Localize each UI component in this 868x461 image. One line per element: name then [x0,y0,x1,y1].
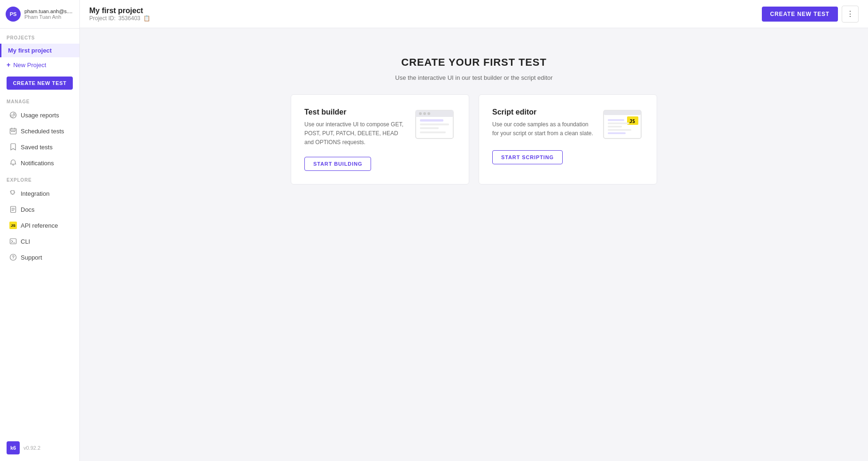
bell-icon [9,159,17,167]
script-editor-desc: Use our code samples as a foundation for… [492,120,596,138]
content-area: CREATE YOUR FIRST TEST Use the interacti… [80,28,868,461]
sidebar-item-docs[interactable]: Docs [3,202,77,217]
terminal-icon [9,238,17,245]
topbar-right: CREATE NEW TEST ⋮ [762,6,859,23]
script-editor-text: Script editor Use our code samples as a … [492,108,596,138]
project-id-value: 3536403 [118,15,140,22]
avatar: PS [6,7,21,22]
puzzle-icon [9,190,17,197]
topbar-create-new-test-button[interactable]: CREATE NEW TEST [762,7,838,22]
user-name: Pham Tuan Anh [24,14,72,20]
test-builder-text: Test builder Use our interactive UI to c… [304,108,408,147]
project-id-label: Project ID: [89,15,116,22]
sidebar-item-my-first-project[interactable]: My first project [0,44,79,57]
sidebar-item-new-project[interactable]: + New Project [0,58,79,72]
copy-icon[interactable]: 📋 [143,15,150,22]
sidebar-footer: k6 v0.92.2 [0,435,79,461]
topbar-project-name: My first project [89,7,150,15]
option-cards-row: Test builder Use our interactive UI to c… [281,94,666,184]
svg-rect-26 [608,126,622,128]
svg-point-15 [427,112,430,115]
sidebar: PS pham.tuan.anh@s.... Pham Tuan Anh PRO… [0,0,80,461]
projects-section-label: PROJECTS [0,29,79,43]
ellipsis-icon: ⋮ [846,9,854,18]
test-builder-desc: Use our interactive UI to compose GET, P… [304,120,408,147]
topbar-left: My first project Project ID: 3536403 📋 [89,7,150,22]
test-builder-title: Test builder [304,108,408,116]
test-builder-illustration [413,108,456,141]
main-area: My first project Project ID: 3536403 📋 C… [80,0,868,461]
user-email: pham.tuan.anh@s.... [24,8,72,14]
sidebar-item-support[interactable]: Support [3,250,77,265]
script-editor-illustration: JS [601,108,643,141]
svg-rect-25 [608,123,629,124]
svg-rect-19 [420,131,446,133]
docs-label: Docs [21,206,35,213]
user-info: pham.tuan.anh@s.... Pham Tuan Anh [24,8,72,20]
calendar-icon [9,127,17,135]
script-editor-card-header: Script editor Use our code samples as a … [492,108,643,141]
version-label: v0.92.2 [23,445,40,451]
page-subheading: Use the interactive UI in our test build… [395,74,552,81]
svg-point-8 [13,258,13,259]
svg-rect-4 [14,131,15,132]
chart-icon [9,111,17,119]
sidebar-item-notifications[interactable]: Notifications [3,155,77,170]
explore-section-label: EXPLORE [0,171,79,185]
usage-reports-label: Usage reports [21,112,59,119]
help-icon [9,254,17,261]
user-profile[interactable]: PS pham.tuan.anh@s.... Pham Tuan Anh [0,0,79,29]
doc-icon [9,206,17,213]
project-label: My first project [8,47,52,54]
sidebar-item-scheduled-tests[interactable]: Scheduled tests [3,123,77,138]
svg-rect-18 [420,127,439,129]
sidebar-item-cli[interactable]: CLI [3,234,77,249]
start-scripting-button[interactable]: START SCRIPTING [492,150,563,164]
svg-rect-17 [420,123,449,125]
topbar: My first project Project ID: 3536403 📋 C… [80,0,868,28]
topbar-project-id-row: Project ID: 3536403 📋 [89,15,150,22]
bookmark-icon [9,143,17,151]
sidebar-create-new-test-button[interactable]: CREATE NEW TEST [7,77,73,90]
svg-rect-6 [10,239,16,244]
svg-rect-2 [11,131,12,132]
manage-section-label: MANAGE [0,92,79,107]
svg-rect-28 [608,132,626,134]
js-badge-icon: JS [9,222,17,229]
scheduled-tests-label: Scheduled tests [21,128,64,135]
test-builder-card: Test builder Use our interactive UI to c… [291,94,469,184]
plus-icon: + [7,61,10,69]
svg-rect-3 [13,131,14,132]
new-project-label: New Project [13,61,46,69]
saved-tests-label: Saved tests [21,144,53,151]
script-editor-title: Script editor [492,108,596,116]
script-editor-card: Script editor Use our code samples as a … [479,94,657,184]
start-building-button[interactable]: START BUILDING [304,157,371,171]
svg-rect-21 [604,110,641,115]
svg-text:JS: JS [629,119,635,124]
svg-rect-24 [608,119,624,121]
svg-point-14 [423,112,426,115]
k6-logo: k6 [7,441,20,454]
svg-point-13 [419,112,422,115]
test-builder-card-header: Test builder Use our interactive UI to c… [304,108,456,147]
sidebar-item-api-reference[interactable]: JS API reference [3,218,77,233]
sidebar-item-integration[interactable]: Integration [3,186,77,201]
api-reference-label: API reference [21,222,58,229]
content-inner: CREATE YOUR FIRST TEST Use the interacti… [281,56,666,184]
more-options-button[interactable]: ⋮ [842,6,859,23]
page-heading: CREATE YOUR FIRST TEST [401,56,546,69]
svg-rect-27 [608,129,631,131]
sidebar-item-saved-tests[interactable]: Saved tests [3,139,77,154]
svg-rect-16 [420,119,443,122]
notifications-label: Notifications [21,160,54,167]
cli-label: CLI [21,238,30,245]
support-label: Support [21,254,42,261]
sidebar-item-usage-reports[interactable]: Usage reports [3,108,77,123]
integration-label: Integration [21,190,49,197]
